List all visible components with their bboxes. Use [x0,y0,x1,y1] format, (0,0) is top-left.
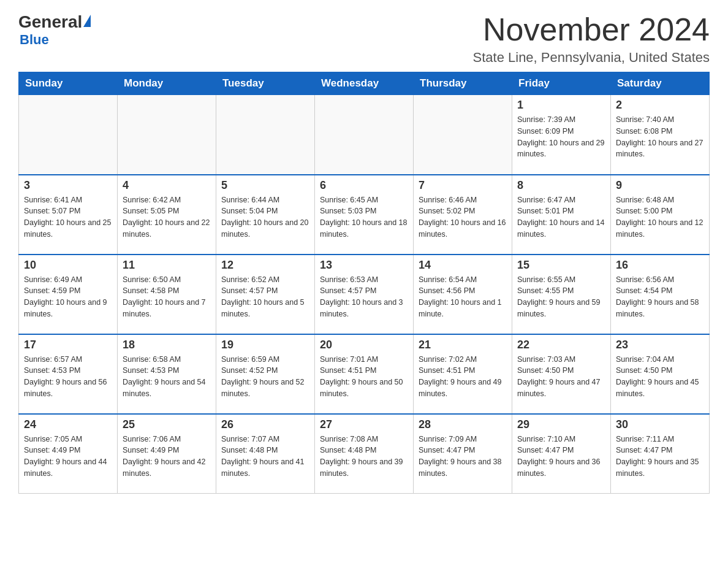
logo-blue: Blue [20,32,49,48]
logo-triangle-icon [83,15,91,27]
day-number: 27 [320,418,408,431]
day-number: 6 [320,179,408,192]
day-info: Sunrise: 6:55 AMSunset: 4:55 PMDaylight:… [517,274,605,320]
day-number: 17 [24,339,112,351]
calendar-cell: 20Sunrise: 7:01 AMSunset: 4:51 PMDayligh… [315,334,414,414]
day-info: Sunrise: 6:56 AMSunset: 4:54 PMDaylight:… [616,274,704,320]
day-number: 16 [616,259,704,272]
calendar-cell: 2Sunrise: 7:40 AMSunset: 6:08 PMDaylight… [611,95,710,175]
day-number: 23 [616,339,704,351]
day-number: 1 [517,99,605,112]
calendar-cell: 8Sunrise: 6:47 AMSunset: 5:01 PMDaylight… [512,175,611,255]
calendar-cell: 21Sunrise: 7:02 AMSunset: 4:51 PMDayligh… [414,334,512,414]
day-number: 4 [123,179,211,192]
day-number: 20 [320,339,408,351]
day-info: Sunrise: 6:41 AMSunset: 5:07 PMDaylight:… [24,194,112,240]
day-info: Sunrise: 6:44 AMSunset: 5:04 PMDaylight:… [221,194,309,240]
day-number: 3 [24,179,112,192]
day-info: Sunrise: 6:58 AMSunset: 4:53 PMDaylight:… [123,354,211,400]
calendar-cell: 29Sunrise: 7:10 AMSunset: 4:47 PMDayligh… [512,414,611,494]
day-number: 22 [517,339,605,351]
day-info: Sunrise: 6:42 AMSunset: 5:05 PMDaylight:… [123,194,211,240]
day-number: 5 [221,179,309,192]
calendar-cell: 22Sunrise: 7:03 AMSunset: 4:50 PMDayligh… [512,334,611,414]
day-number: 8 [517,179,605,192]
calendar-cell: 23Sunrise: 7:04 AMSunset: 4:50 PMDayligh… [611,334,710,414]
logo: General Blue [18,12,91,48]
calendar-cell: 10Sunrise: 6:49 AMSunset: 4:59 PMDayligh… [19,255,118,334]
day-info: Sunrise: 6:57 AMSunset: 4:53 PMDaylight:… [24,354,112,400]
calendar-cell: 4Sunrise: 6:42 AMSunset: 5:05 PMDaylight… [118,175,216,255]
calendar-cell: 27Sunrise: 7:08 AMSunset: 4:48 PMDayligh… [315,414,414,494]
day-number: 15 [517,259,605,272]
calendar-week-row: 3Sunrise: 6:41 AMSunset: 5:07 PMDaylight… [19,175,710,255]
day-number: 13 [320,259,408,272]
day-number: 19 [221,339,309,351]
day-info: Sunrise: 6:45 AMSunset: 5:03 PMDaylight:… [320,194,408,240]
day-number: 18 [123,339,211,351]
calendar-cell: 14Sunrise: 6:54 AMSunset: 4:56 PMDayligh… [414,255,512,334]
day-number: 26 [221,418,309,431]
day-of-week-header: Sunday [19,72,118,95]
day-info: Sunrise: 7:05 AMSunset: 4:49 PMDaylight:… [24,434,112,480]
calendar-week-row: 17Sunrise: 6:57 AMSunset: 4:53 PMDayligh… [19,334,710,414]
day-info: Sunrise: 7:11 AMSunset: 4:47 PMDaylight:… [616,434,704,480]
day-number: 12 [221,259,309,272]
day-info: Sunrise: 7:08 AMSunset: 4:48 PMDaylight:… [320,434,408,480]
location-title: State Line, Pennsylvania, United States [473,50,710,66]
day-info: Sunrise: 7:39 AMSunset: 6:09 PMDaylight:… [517,114,605,160]
day-info: Sunrise: 7:40 AMSunset: 6:08 PMDaylight:… [616,114,704,160]
calendar-cell [414,95,512,175]
calendar-table: SundayMondayTuesdayWednesdayThursdayFrid… [18,72,710,494]
day-of-week-header: Monday [118,72,216,95]
calendar-cell: 19Sunrise: 6:59 AMSunset: 4:52 PMDayligh… [216,334,315,414]
calendar-header-row: SundayMondayTuesdayWednesdayThursdayFrid… [19,72,710,95]
day-number: 11 [123,259,211,272]
calendar-cell: 17Sunrise: 6:57 AMSunset: 4:53 PMDayligh… [19,334,118,414]
calendar-week-row: 24Sunrise: 7:05 AMSunset: 4:49 PMDayligh… [19,414,710,494]
calendar-week-row: 1Sunrise: 7:39 AMSunset: 6:09 PMDaylight… [19,95,710,175]
day-of-week-header: Thursday [414,72,512,95]
calendar-cell: 28Sunrise: 7:09 AMSunset: 4:47 PMDayligh… [414,414,512,494]
calendar-cell: 13Sunrise: 6:53 AMSunset: 4:57 PMDayligh… [315,255,414,334]
day-number: 28 [419,418,507,431]
calendar-week-row: 10Sunrise: 6:49 AMSunset: 4:59 PMDayligh… [19,255,710,334]
day-info: Sunrise: 6:48 AMSunset: 5:00 PMDaylight:… [616,194,704,240]
calendar-cell: 9Sunrise: 6:48 AMSunset: 5:00 PMDaylight… [611,175,710,255]
calendar-cell: 15Sunrise: 6:55 AMSunset: 4:55 PMDayligh… [512,255,611,334]
day-of-week-header: Friday [512,72,611,95]
calendar-cell: 1Sunrise: 7:39 AMSunset: 6:09 PMDaylight… [512,95,611,175]
day-info: Sunrise: 7:04 AMSunset: 4:50 PMDaylight:… [616,354,704,400]
day-info: Sunrise: 7:01 AMSunset: 4:51 PMDaylight:… [320,354,408,400]
calendar-cell: 18Sunrise: 6:58 AMSunset: 4:53 PMDayligh… [118,334,216,414]
day-number: 30 [616,418,704,431]
calendar-cell: 30Sunrise: 7:11 AMSunset: 4:47 PMDayligh… [611,414,710,494]
calendar-cell: 26Sunrise: 7:07 AMSunset: 4:48 PMDayligh… [216,414,315,494]
calendar-cell [19,95,118,175]
day-info: Sunrise: 6:53 AMSunset: 4:57 PMDaylight:… [320,274,408,320]
calendar-cell: 25Sunrise: 7:06 AMSunset: 4:49 PMDayligh… [118,414,216,494]
calendar-cell [216,95,315,175]
calendar-cell: 12Sunrise: 6:52 AMSunset: 4:57 PMDayligh… [216,255,315,334]
day-info: Sunrise: 6:54 AMSunset: 4:56 PMDaylight:… [419,274,507,320]
day-info: Sunrise: 7:02 AMSunset: 4:51 PMDaylight:… [419,354,507,400]
day-info: Sunrise: 6:52 AMSunset: 4:57 PMDaylight:… [221,274,309,320]
calendar-cell [315,95,414,175]
day-info: Sunrise: 6:50 AMSunset: 4:58 PMDaylight:… [123,274,211,320]
day-number: 21 [419,339,507,351]
day-info: Sunrise: 7:09 AMSunset: 4:47 PMDaylight:… [419,434,507,480]
day-number: 24 [24,418,112,431]
calendar-cell: 3Sunrise: 6:41 AMSunset: 5:07 PMDaylight… [19,175,118,255]
day-of-week-header: Saturday [611,72,710,95]
calendar-cell: 7Sunrise: 6:46 AMSunset: 5:02 PMDaylight… [414,175,512,255]
day-info: Sunrise: 6:59 AMSunset: 4:52 PMDaylight:… [221,354,309,400]
calendar-cell: 11Sunrise: 6:50 AMSunset: 4:58 PMDayligh… [118,255,216,334]
day-of-week-header: Tuesday [216,72,315,95]
day-info: Sunrise: 7:10 AMSunset: 4:47 PMDaylight:… [517,434,605,480]
day-info: Sunrise: 6:46 AMSunset: 5:02 PMDaylight:… [419,194,507,240]
calendar-cell: 24Sunrise: 7:05 AMSunset: 4:49 PMDayligh… [19,414,118,494]
calendar-cell: 16Sunrise: 6:56 AMSunset: 4:54 PMDayligh… [611,255,710,334]
day-of-week-header: Wednesday [315,72,414,95]
day-info: Sunrise: 7:06 AMSunset: 4:49 PMDaylight:… [123,434,211,480]
day-number: 29 [517,418,605,431]
